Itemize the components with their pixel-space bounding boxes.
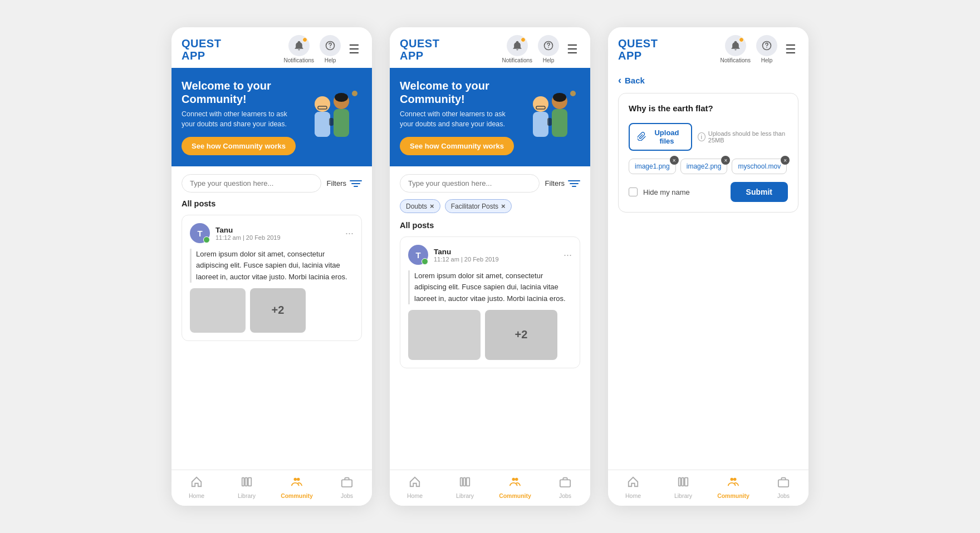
nav-jobs-3[interactable]: Jobs — [758, 476, 808, 499]
post-image-1[interactable] — [190, 288, 246, 333]
svg-point-30 — [512, 478, 516, 481]
post-body: Lorem ipsum dolor sit amet, consectetur … — [190, 249, 354, 282]
hide-name-checkbox[interactable] — [629, 187, 638, 196]
nav-home-2[interactable]: Home — [390, 476, 440, 499]
svg-rect-20 — [533, 112, 548, 137]
file-chip-image1-remove[interactable]: × — [670, 156, 679, 165]
notifications-btn[interactable]: Notifications — [284, 35, 314, 63]
filter-label-2: Filters — [545, 179, 565, 187]
svg-rect-24 — [552, 109, 567, 137]
post-image-more-lg[interactable]: +2 — [485, 310, 557, 360]
header-icons: Notifications Help ☰ — [284, 35, 362, 63]
file-chips: image1.png × image2.png × myschool.mov × — [629, 159, 788, 174]
posts-title: All posts — [182, 199, 362, 208]
help-label-3: Help — [761, 57, 773, 63]
filter-button[interactable]: Filters — [327, 179, 362, 188]
help-icon-circle — [320, 35, 341, 56]
post-menu-button-2[interactable]: ··· — [564, 249, 572, 261]
svg-point-14 — [294, 478, 297, 481]
post-image-more[interactable]: +2 — [250, 288, 306, 333]
post-card: T Tanu 11:12 am | 20 Feb 2019 ··· Lorem … — [182, 215, 362, 340]
notification-icon-circle-2 — [507, 35, 528, 56]
post-menu-button[interactable]: ··· — [345, 228, 354, 239]
illustration-svg — [301, 79, 362, 140]
notifications-label-2: Notifications — [502, 57, 532, 63]
help-btn-3[interactable]: Help — [756, 35, 777, 63]
hamburger-menu[interactable]: ☰ — [346, 40, 362, 59]
back-button[interactable]: ‹ Back — [608, 68, 808, 93]
help-btn-2[interactable]: Help — [538, 35, 559, 63]
post-username-2: Tanu — [434, 248, 499, 256]
tag-doubts-remove[interactable]: × — [430, 202, 434, 210]
search-area: Filters — [171, 166, 372, 197]
notification-icon-circle — [288, 35, 310, 56]
svg-rect-22 — [547, 118, 552, 126]
nav-home-label: Home — [189, 492, 204, 499]
tag-facilitator-label: Facilitator Posts — [451, 203, 498, 210]
library-icon-2 — [459, 476, 471, 491]
nav-jobs-label-3: Jobs — [777, 492, 790, 499]
file-chip-image2-remove[interactable]: × — [721, 156, 730, 165]
svg-rect-13 — [248, 478, 252, 486]
filter-button-2[interactable]: Filters — [545, 179, 580, 188]
nav-jobs-2[interactable]: Jobs — [540, 476, 590, 499]
svg-rect-37 — [685, 478, 688, 486]
help-btn[interactable]: Help — [320, 35, 341, 63]
community-cta-button[interactable]: See how Community works — [182, 137, 296, 155]
file-chip-image1: image1.png × — [629, 159, 676, 174]
community-banner: Welcome to your Community! Connect with … — [171, 68, 372, 166]
notifications-btn-3[interactable]: Notifications — [721, 35, 751, 63]
svg-point-38 — [731, 478, 734, 481]
search-area-2: Filters — [390, 166, 590, 197]
file-chip-video-remove[interactable]: × — [781, 156, 790, 165]
banner-subtitle-2: Connect with other learners to ask your … — [400, 109, 514, 129]
nav-home-label-2: Home — [407, 492, 423, 499]
notifications-btn-2[interactable]: Notifications — [502, 35, 532, 63]
nav-library-2[interactable]: Library — [440, 476, 490, 499]
tag-facilitator-remove[interactable]: × — [501, 202, 506, 210]
community-cta-button-2[interactable]: See how Community works — [400, 137, 514, 155]
nav-community-2[interactable]: Community — [490, 476, 540, 499]
avatar: T — [190, 223, 210, 243]
tag-facilitator: Facilitator Posts × — [445, 199, 512, 213]
hamburger-menu-2[interactable]: ☰ — [565, 40, 580, 59]
nav-jobs-label: Jobs — [341, 492, 353, 499]
tag-doubts-label: Doubts — [406, 203, 427, 210]
post-card-2: T Tanu 11:12 am | 20 Feb 2019 ··· Lorem … — [400, 236, 580, 368]
help-icon-circle-3 — [756, 35, 777, 56]
posts-title-2: All posts — [400, 221, 580, 230]
banner-title-2: Welcome to your Community! — [400, 79, 514, 106]
nav-library-3[interactable]: Library — [658, 476, 708, 499]
help-icon-3 — [761, 40, 772, 51]
banner-text-2: Welcome to your Community! Connect with … — [400, 79, 514, 155]
help-icon-circle-2 — [538, 35, 559, 56]
notification-dot-3 — [739, 37, 744, 42]
app-logo-2: QUESTAPP — [400, 37, 439, 62]
tag-doubts: Doubts × — [400, 199, 440, 213]
back-arrow-icon: ‹ — [618, 75, 621, 86]
post-image-1-lg[interactable] — [408, 310, 481, 360]
header-icons-3: Notifications Help ☰ — [721, 35, 798, 63]
nav-community[interactable]: Community — [272, 476, 322, 499]
svg-rect-11 — [242, 478, 244, 486]
home-icon-3 — [627, 476, 639, 491]
nav-home-3[interactable]: Home — [608, 476, 658, 499]
svg-rect-35 — [679, 478, 681, 486]
search-input[interactable] — [182, 174, 321, 193]
back-label: Back — [625, 76, 645, 85]
search-input-2[interactable] — [400, 174, 540, 193]
avatar-2: T — [408, 245, 428, 265]
app-header-3: QUESTAPP Notifications — [608, 27, 808, 68]
nav-home[interactable]: Home — [171, 476, 222, 499]
upload-files-button[interactable]: Upload files — [629, 123, 692, 151]
user-info-2: Tanu 11:12 am | 20 Feb 2019 — [434, 248, 499, 263]
banner-title: Welcome to your Community! — [182, 79, 296, 106]
nav-community-3[interactable]: Community — [708, 476, 758, 499]
hamburger-menu-3[interactable]: ☰ — [783, 40, 798, 59]
nav-jobs[interactable]: Jobs — [322, 476, 372, 499]
banner-text: Welcome to your Community! Connect with … — [182, 79, 296, 155]
submit-button[interactable]: Submit — [731, 182, 788, 202]
filter-icon — [350, 179, 362, 188]
nav-library[interactable]: Library — [222, 476, 272, 499]
upload-hint: i Uploads should be less than 25MB — [698, 130, 788, 144]
